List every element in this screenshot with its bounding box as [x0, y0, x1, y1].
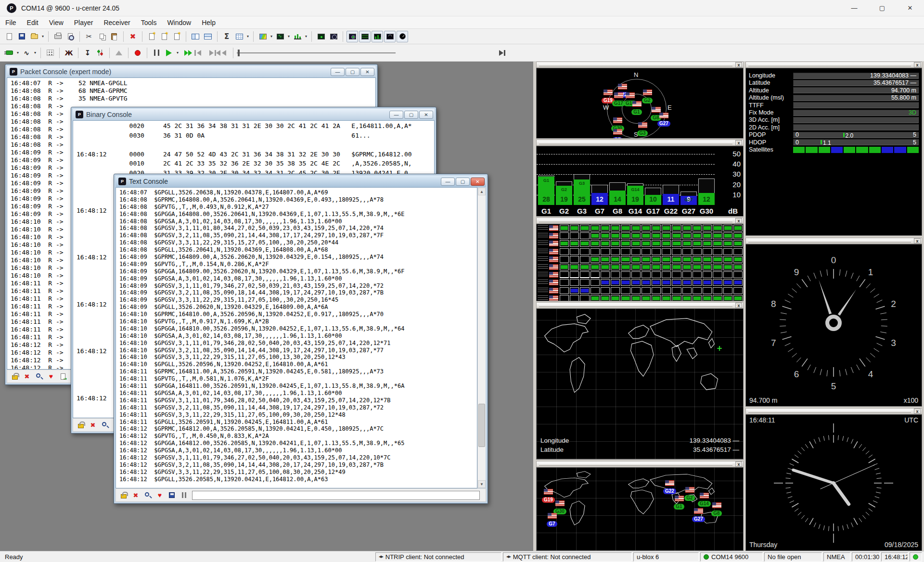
- receiver-connection-button[interactable]: [3, 47, 15, 59]
- clear-icon[interactable]: [89, 421, 97, 429]
- panel-close-button[interactable]: x: [735, 461, 742, 467]
- pause-capture-icon[interactable]: [180, 491, 188, 499]
- split-horizontal-button[interactable]: [190, 31, 201, 42]
- rewind-button[interactable]: [218, 47, 230, 59]
- favorite-icon[interactable]: [156, 491, 164, 499]
- dropdown-caret[interactable]: ▾: [304, 34, 308, 38]
- text-console-titlebar[interactable]: P Text Console — ▢ ✕: [116, 176, 486, 187]
- menu-window[interactable]: Window: [162, 18, 196, 27]
- panel-close-button[interactable]: x: [914, 409, 921, 414]
- dropdown-caret[interactable]: ▾: [245, 34, 250, 38]
- panel-grip[interactable]: x: [745, 62, 922, 68]
- panel-grip[interactable]: x: [536, 140, 744, 146]
- dropdown-caret[interactable]: ▾: [33, 51, 38, 55]
- maximize-button[interactable]: ▢: [456, 178, 470, 186]
- discard-messages-button[interactable]: [127, 31, 139, 42]
- close-button[interactable]: ✕: [471, 178, 485, 186]
- dropdown-caret[interactable]: ▾: [40, 34, 45, 38]
- panel-close-button[interactable]: x: [735, 218, 742, 223]
- minimize-button[interactable]: —: [441, 178, 455, 186]
- docked-table-button[interactable]: [359, 31, 371, 42]
- panel-grip[interactable]: x: [536, 62, 744, 68]
- autobauding-button[interactable]: [44, 47, 56, 59]
- copy-button[interactable]: [96, 31, 107, 42]
- download-database-button[interactable]: [82, 47, 93, 59]
- paste-button[interactable]: [108, 31, 120, 42]
- close-button[interactable]: ✕: [896, 0, 924, 16]
- map-panel-button[interactable]: [315, 31, 327, 42]
- vertical-scrollbar[interactable]: ▲ ▼: [477, 188, 486, 488]
- statistics-button[interactable]: [221, 31, 232, 42]
- table-view-button[interactable]: [233, 31, 245, 42]
- scroll-down-arrow[interactable]: ▼: [478, 480, 486, 488]
- dropdown-caret[interactable]: ▾: [286, 34, 291, 38]
- menu-edit[interactable]: Edit: [22, 18, 44, 27]
- clear-icon[interactable]: [23, 372, 31, 380]
- clear-icon[interactable]: [132, 491, 140, 499]
- panel-close-button[interactable]: x: [914, 238, 921, 243]
- histogram-view-button[interactable]: [292, 31, 303, 42]
- maximize-button[interactable]: ▢: [868, 0, 896, 16]
- close-button[interactable]: ✕: [419, 111, 433, 119]
- menu-player[interactable]: Player: [69, 18, 99, 27]
- maximize-button[interactable]: ▢: [404, 111, 418, 119]
- pause-button[interactable]: [151, 47, 162, 59]
- step-forward-button[interactable]: [205, 47, 217, 59]
- camera-view-button[interactable]: [274, 31, 286, 42]
- eject-button[interactable]: [113, 47, 125, 59]
- binary-console-titlebar[interactable]: P Binary Console — ▢ ✕: [73, 109, 435, 120]
- panel-grip[interactable]: x: [536, 217, 744, 224]
- panel-grip[interactable]: x: [536, 302, 744, 308]
- print-preview-button[interactable]: [64, 31, 76, 42]
- dropdown-caret[interactable]: ▾: [175, 51, 180, 55]
- panel-grip[interactable]: x: [745, 238, 922, 244]
- panel-grip[interactable]: x: [536, 461, 744, 467]
- docked-chart-button[interactable]: [372, 31, 383, 42]
- zoom-icon[interactable]: [101, 421, 109, 429]
- lock-icon[interactable]: [77, 421, 85, 429]
- record-button[interactable]: [132, 47, 143, 59]
- packet-console-titlebar[interactable]: P Packet Console (expert mode) — ▢ ✕: [7, 66, 376, 77]
- save-log-icon[interactable]: [168, 491, 176, 499]
- menu-help[interactable]: Help: [196, 18, 221, 27]
- goto-end-button[interactable]: [495, 47, 507, 59]
- play-button[interactable]: [163, 47, 175, 59]
- globe-panel-button[interactable]: [328, 31, 339, 42]
- close-button[interactable]: ✕: [360, 68, 374, 76]
- new-packet-console-button[interactable]: [146, 31, 157, 42]
- print-button[interactable]: [52, 31, 64, 42]
- cut-button[interactable]: [83, 31, 95, 42]
- command-input[interactable]: [192, 491, 480, 500]
- chart-view-button[interactable]: [257, 31, 269, 42]
- favorite-icon[interactable]: [47, 372, 55, 380]
- open-file-button[interactable]: [28, 31, 40, 42]
- zoom-icon[interactable]: [144, 491, 152, 499]
- minimize-button[interactable]: —: [840, 0, 868, 16]
- text-console-output[interactable]: 16:48:07 $GPGLL,3526.20638,N,13920.04378…: [116, 187, 477, 488]
- step-back-button[interactable]: [193, 47, 205, 59]
- position-slider-button[interactable]: [237, 47, 398, 59]
- menu-file[interactable]: File: [0, 18, 22, 27]
- minimize-button[interactable]: —: [331, 68, 345, 76]
- new-text-console-button[interactable]: [171, 31, 182, 42]
- text-console-window[interactable]: P Text Console — ▢ ✕ 16:48:07 $GPGLL,352…: [114, 174, 488, 504]
- panel-close-button[interactable]: x: [914, 62, 921, 67]
- menu-view[interactable]: View: [44, 18, 69, 27]
- split-vertical-button[interactable]: [202, 31, 214, 42]
- menu-tools[interactable]: Tools: [136, 18, 162, 27]
- valve-control-button[interactable]: [94, 47, 106, 59]
- new-binary-console-button[interactable]: [158, 31, 170, 42]
- maximize-button[interactable]: ▢: [346, 68, 359, 76]
- scrollbar-thumb[interactable]: [478, 404, 485, 447]
- docked-clock-button[interactable]: [397, 31, 408, 42]
- fast-forward-button[interactable]: [180, 47, 192, 59]
- panel-close-button[interactable]: x: [735, 140, 742, 145]
- minimize-button[interactable]: —: [389, 111, 403, 119]
- dropdown-caret[interactable]: ▾: [15, 51, 20, 55]
- lock-icon[interactable]: [11, 372, 19, 380]
- panel-close-button[interactable]: x: [735, 62, 742, 67]
- panel-grip[interactable]: x: [745, 408, 922, 414]
- zoom-icon[interactable]: [35, 372, 43, 380]
- lock-icon[interactable]: [120, 491, 128, 499]
- debug-messages-button[interactable]: [63, 47, 75, 59]
